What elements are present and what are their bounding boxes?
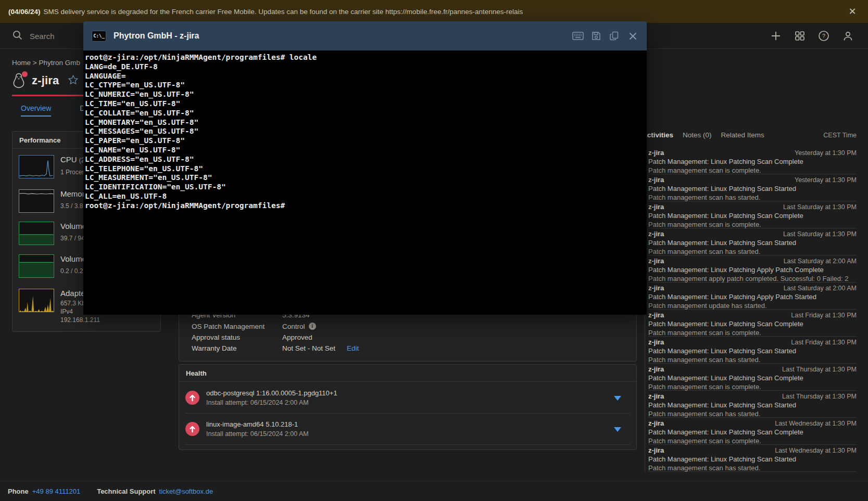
help-icon[interactable]: ? [817,29,831,43]
volume1-sub: 39.7 / 94. [60,235,86,242]
expand-caret-icon[interactable] [614,427,621,432]
info-icon[interactable]: i [309,323,316,330]
activity-title: Patch Management: Linux Patching Scan Co… [648,319,857,328]
volume2-gauge [19,254,54,278]
activity-device: z-jira [648,176,664,184]
health-item[interactable]: odbc-postgresql 1:16.00.0005-1.pgdg110+1… [185,382,630,414]
package-name: linux-image-amd64 5.10.218-1 [206,420,309,429]
terminal-modal-header[interactable]: C:\_ Phytron GmbH - z-jira [83,21,647,50]
breadcrumb-separator: > [33,59,37,67]
terminal-line: LC_ALL=en_US.UTF-8 [85,192,647,201]
terminal-line: LC_NAME="en_US.UTF-8" [85,146,647,155]
tab-notes[interactable]: Notes (0) [683,131,712,139]
activity-entry[interactable]: z-jira Last Saturday at 2:00 AM Patch Ma… [648,255,857,282]
save-icon[interactable] [590,30,602,42]
activity-entry[interactable]: z-jira Last Thursday at 1:30 PM Patch Ma… [648,391,857,418]
health-item[interactable]: linux-image-amd64 5.10.218-1 Install att… [185,414,630,445]
tab-activities[interactable]: Activities [642,131,673,139]
close-icon[interactable] [627,30,638,42]
update-available-icon [185,391,199,405]
activity-timestamp: Last Saturday at 2:00 AM [784,258,857,265]
activity-device: z-jira [648,284,664,292]
virtual-keyboard-icon[interactable] [572,30,584,42]
cpu-row[interactable]: CPU (2% 1 Process [19,155,90,178]
activity-device: z-jira [648,365,664,374]
memory-row[interactable]: Memor 3.5 / 3.8 ( [19,189,87,213]
os-patch-management-label: OS Patch Management [192,323,282,330]
timezone-label: CEST Time [823,132,857,139]
activity-entry[interactable]: z-jira Last Thursday at 1:30 PM Patch Ma… [648,364,857,391]
activity-description: Patch management apply patch completed. … [648,274,857,283]
activity-description: Patch management scan has started. [648,193,857,202]
activity-title: Patch Management: Linux Patching Apply P… [648,265,857,274]
tab-related-items[interactable]: Related Items [721,131,764,139]
activity-entry[interactable]: z-jira Yesterday at 1:30 PM Patch Manage… [648,174,857,201]
cpu-sparkline [19,155,54,178]
activity-title: Patch Management: Linux Patching Scan St… [648,455,857,464]
breadcrumb-home[interactable]: Home [12,59,31,67]
support-label: Technical Support [97,487,155,495]
search-input[interactable]: Search [12,28,55,44]
activity-entry[interactable]: z-jira Last Saturday at 2:00 AM Patch Ma… [648,282,857,310]
activity-title: Patch Management: Linux Patching Scan Co… [648,211,857,220]
activity-entry[interactable]: z-jira Last Saturday at 1:30 PM Patch Ma… [648,201,857,228]
terminal-line: root@z-jira:/opt/NinjaRMMAgent/programfi… [85,201,647,211]
update-available-icon [185,422,199,436]
install-attempt: Install attempt: 06/15/2024 2:00 AM [206,399,337,407]
terminal-line: LC_MESSAGES="en_US.UTF-8" [85,127,647,136]
breadcrumb: Home > Phytron Gmb [12,59,80,67]
breadcrumb-current[interactable]: Phytron Gmb [39,59,80,67]
activity-entry[interactable]: z-jira Last Wednesday at 1:30 PM Patch M… [648,445,857,472]
adapter-sparkline [19,289,54,312]
activity-device: z-jira [648,392,664,401]
user-icon[interactable] [841,29,854,43]
activity-entry[interactable]: z-jira Last Friday at 1:30 PM Patch Mana… [648,310,857,337]
activity-entry[interactable]: z-jira Last Wednesday at 1:30 PM Patch M… [648,418,857,445]
terminal-line: LANG=de_DE.UTF-8 [85,62,647,72]
terminal-line: LC_TIME="en_US.UTF-8" [85,99,647,109]
activity-entry[interactable]: z-jira Last Saturday at 1:30 PM Patch Ma… [648,228,857,255]
banner-close-icon[interactable]: ✕ [847,6,858,17]
terminal-modal-title: Phytron GmbH - z-jira [114,31,199,41]
terminal-output[interactable]: root@z-jira:/opt/NinjaRMMAgent/programfi… [83,50,647,315]
activity-entry[interactable]: z-jira Last Friday at 1:30 PM Patch Mana… [648,337,857,364]
activity-title: Patch Management: Linux Patching Scan Co… [648,157,857,166]
device-titlebar: z-jira [12,73,79,88]
footer: Phone +49 89 4111201 Technical Support t… [0,481,868,501]
activity-timestamp: Last Friday at 1:30 PM [791,339,857,346]
favorite-star-icon[interactable] [68,74,79,87]
expand-caret-icon[interactable] [614,396,621,401]
volume2-row[interactable]: Volume 0.2 / 0.2 ( [19,254,87,278]
ninja-rmm-dashboard: (04/06/24) SMS delivery service is degra… [0,0,868,501]
warranty-edit-link[interactable]: Edit [347,344,359,352]
terminal-line: LC_IDENTIFICATION="en_US.UTF-8" [85,183,647,192]
support-email-link[interactable]: ticket@softbox.de [159,487,213,495]
phone-label: Phone [8,487,29,495]
tab-overview[interactable]: Overview [21,104,51,117]
volume1-row[interactable]: Volume 39.7 / 94. [19,222,86,245]
activity-device: z-jira [648,257,664,265]
apps-grid-icon[interactable] [793,29,807,43]
banner-message: SMS delivery service is degraded for the… [44,8,523,16]
health-items: odbc-postgresql 1:16.00.0005-1.pgdg110+1… [179,382,636,445]
activity-entry[interactable]: z-jira Yesterday at 1:30 PM Patch Manage… [648,147,857,174]
memory-sparkline [19,189,54,213]
activity-title: Patch Management: Linux Patching Scan St… [648,184,857,193]
adapter-ip: 192.168.1.211 [60,316,100,324]
activity-device: z-jira [648,203,664,211]
activity-title: Patch Management: Linux Patching Apply P… [648,292,857,301]
health-title: Health [179,365,636,382]
terminal-line: LANGUAGE= [85,72,647,81]
phone-link[interactable]: +49 89 4111201 [32,487,80,495]
activity-timestamp: Last Saturday at 1:30 PM [783,203,857,211]
terminal-line: root@z-jira:/opt/NinjaRMMAgent/programfi… [85,53,647,62]
copy-icon[interactable] [609,30,620,42]
activity-description: Patch management scan has started. [648,464,857,472]
warranty-date-value: Not Set - Not Set [282,344,335,352]
alert-banner: (04/06/24) SMS delivery service is degra… [0,0,868,23]
terminal-line: LC_NUMERIC="en_US.UTF-8" [85,90,647,99]
device-name: z-jira [32,74,59,87]
add-icon[interactable] [769,29,783,43]
activity-description: Patch management scan has started. [648,355,857,364]
activity-timestamp: Last Thursday at 1:30 PM [782,366,857,373]
